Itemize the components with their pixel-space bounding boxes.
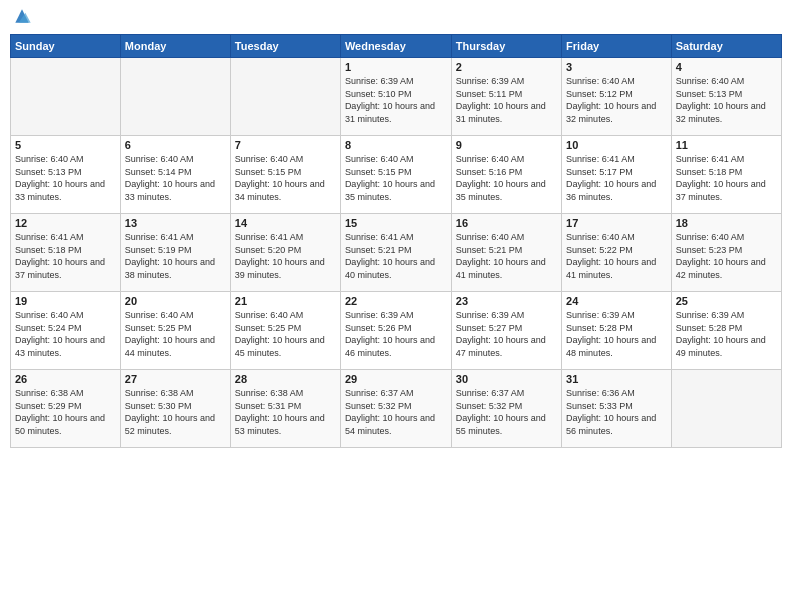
day-info: Sunrise: 6:41 AMSunset: 5:20 PMDaylight:…	[235, 231, 336, 281]
day-info: Sunrise: 6:40 AMSunset: 5:13 PMDaylight:…	[676, 75, 777, 125]
daylight-text: Daylight: 10 hours and 34 minutes.	[235, 178, 336, 203]
day-number: 20	[125, 295, 226, 307]
day-cell-4-5: 31Sunrise: 6:36 AMSunset: 5:33 PMDayligh…	[562, 370, 672, 448]
day-number: 21	[235, 295, 336, 307]
sunrise-text: Sunrise: 6:36 AM	[566, 387, 667, 400]
week-row-2: 5Sunrise: 6:40 AMSunset: 5:13 PMDaylight…	[11, 136, 782, 214]
day-info: Sunrise: 6:41 AMSunset: 5:18 PMDaylight:…	[676, 153, 777, 203]
day-info: Sunrise: 6:40 AMSunset: 5:14 PMDaylight:…	[125, 153, 226, 203]
day-info: Sunrise: 6:39 AMSunset: 5:28 PMDaylight:…	[566, 309, 667, 359]
day-cell-3-5: 24Sunrise: 6:39 AMSunset: 5:28 PMDayligh…	[562, 292, 672, 370]
sunrise-text: Sunrise: 6:40 AM	[125, 309, 226, 322]
day-info: Sunrise: 6:40 AMSunset: 5:22 PMDaylight:…	[566, 231, 667, 281]
sunset-text: Sunset: 5:14 PM	[125, 166, 226, 179]
weekday-header-row: Sunday Monday Tuesday Wednesday Thursday…	[11, 35, 782, 58]
day-cell-2-0: 12Sunrise: 6:41 AMSunset: 5:18 PMDayligh…	[11, 214, 121, 292]
day-cell-0-0	[11, 58, 121, 136]
day-cell-3-0: 19Sunrise: 6:40 AMSunset: 5:24 PMDayligh…	[11, 292, 121, 370]
daylight-text: Daylight: 10 hours and 35 minutes.	[345, 178, 447, 203]
sunset-text: Sunset: 5:10 PM	[345, 88, 447, 101]
sunrise-text: Sunrise: 6:39 AM	[345, 75, 447, 88]
daylight-text: Daylight: 10 hours and 33 minutes.	[125, 178, 226, 203]
day-info: Sunrise: 6:40 AMSunset: 5:21 PMDaylight:…	[456, 231, 557, 281]
sunrise-text: Sunrise: 6:40 AM	[345, 153, 447, 166]
sunset-text: Sunset: 5:27 PM	[456, 322, 557, 335]
day-info: Sunrise: 6:40 AMSunset: 5:12 PMDaylight:…	[566, 75, 667, 125]
sunrise-text: Sunrise: 6:40 AM	[566, 231, 667, 244]
daylight-text: Daylight: 10 hours and 36 minutes.	[566, 178, 667, 203]
day-number: 6	[125, 139, 226, 151]
sunrise-text: Sunrise: 6:40 AM	[235, 153, 336, 166]
day-info: Sunrise: 6:39 AMSunset: 5:10 PMDaylight:…	[345, 75, 447, 125]
day-cell-2-2: 14Sunrise: 6:41 AMSunset: 5:20 PMDayligh…	[230, 214, 340, 292]
daylight-text: Daylight: 10 hours and 35 minutes.	[456, 178, 557, 203]
day-cell-1-3: 8Sunrise: 6:40 AMSunset: 5:15 PMDaylight…	[340, 136, 451, 214]
day-number: 18	[676, 217, 777, 229]
daylight-text: Daylight: 10 hours and 48 minutes.	[566, 334, 667, 359]
sunrise-text: Sunrise: 6:38 AM	[235, 387, 336, 400]
daylight-text: Daylight: 10 hours and 38 minutes.	[125, 256, 226, 281]
day-number: 15	[345, 217, 447, 229]
day-info: Sunrise: 6:37 AMSunset: 5:32 PMDaylight:…	[345, 387, 447, 437]
sunrise-text: Sunrise: 6:41 AM	[125, 231, 226, 244]
sunrise-text: Sunrise: 6:40 AM	[15, 309, 116, 322]
day-info: Sunrise: 6:40 AMSunset: 5:24 PMDaylight:…	[15, 309, 116, 359]
day-number: 25	[676, 295, 777, 307]
day-number: 19	[15, 295, 116, 307]
daylight-text: Daylight: 10 hours and 41 minutes.	[566, 256, 667, 281]
daylight-text: Daylight: 10 hours and 47 minutes.	[456, 334, 557, 359]
day-number: 4	[676, 61, 777, 73]
sunrise-text: Sunrise: 6:41 AM	[676, 153, 777, 166]
sunset-text: Sunset: 5:19 PM	[125, 244, 226, 257]
sunset-text: Sunset: 5:28 PM	[676, 322, 777, 335]
daylight-text: Daylight: 10 hours and 44 minutes.	[125, 334, 226, 359]
day-number: 14	[235, 217, 336, 229]
day-number: 2	[456, 61, 557, 73]
day-cell-0-5: 3Sunrise: 6:40 AMSunset: 5:12 PMDaylight…	[562, 58, 672, 136]
daylight-text: Daylight: 10 hours and 41 minutes.	[456, 256, 557, 281]
sunrise-text: Sunrise: 6:39 AM	[345, 309, 447, 322]
sunset-text: Sunset: 5:32 PM	[456, 400, 557, 413]
day-number: 3	[566, 61, 667, 73]
page-header	[10, 10, 782, 26]
sunrise-text: Sunrise: 6:40 AM	[676, 75, 777, 88]
day-info: Sunrise: 6:39 AMSunset: 5:11 PMDaylight:…	[456, 75, 557, 125]
daylight-text: Daylight: 10 hours and 40 minutes.	[345, 256, 447, 281]
day-info: Sunrise: 6:40 AMSunset: 5:13 PMDaylight:…	[15, 153, 116, 203]
day-number: 5	[15, 139, 116, 151]
day-cell-0-2	[230, 58, 340, 136]
day-cell-2-3: 15Sunrise: 6:41 AMSunset: 5:21 PMDayligh…	[340, 214, 451, 292]
day-number: 24	[566, 295, 667, 307]
day-cell-4-3: 29Sunrise: 6:37 AMSunset: 5:32 PMDayligh…	[340, 370, 451, 448]
day-cell-4-0: 26Sunrise: 6:38 AMSunset: 5:29 PMDayligh…	[11, 370, 121, 448]
day-cell-1-0: 5Sunrise: 6:40 AMSunset: 5:13 PMDaylight…	[11, 136, 121, 214]
sunset-text: Sunset: 5:26 PM	[345, 322, 447, 335]
sunrise-text: Sunrise: 6:39 AM	[566, 309, 667, 322]
sunrise-text: Sunrise: 6:40 AM	[676, 231, 777, 244]
calendar-page: Sunday Monday Tuesday Wednesday Thursday…	[0, 0, 792, 612]
day-cell-3-3: 22Sunrise: 6:39 AMSunset: 5:26 PMDayligh…	[340, 292, 451, 370]
day-number: 23	[456, 295, 557, 307]
sunset-text: Sunset: 5:30 PM	[125, 400, 226, 413]
sunset-text: Sunset: 5:25 PM	[235, 322, 336, 335]
daylight-text: Daylight: 10 hours and 55 minutes.	[456, 412, 557, 437]
day-info: Sunrise: 6:40 AMSunset: 5:25 PMDaylight:…	[235, 309, 336, 359]
sunset-text: Sunset: 5:15 PM	[235, 166, 336, 179]
sunrise-text: Sunrise: 6:38 AM	[15, 387, 116, 400]
day-info: Sunrise: 6:40 AMSunset: 5:16 PMDaylight:…	[456, 153, 557, 203]
day-info: Sunrise: 6:40 AMSunset: 5:15 PMDaylight:…	[235, 153, 336, 203]
sunset-text: Sunset: 5:32 PM	[345, 400, 447, 413]
header-monday: Monday	[120, 35, 230, 58]
sunrise-text: Sunrise: 6:40 AM	[456, 153, 557, 166]
day-info: Sunrise: 6:41 AMSunset: 5:18 PMDaylight:…	[15, 231, 116, 281]
day-cell-2-1: 13Sunrise: 6:41 AMSunset: 5:19 PMDayligh…	[120, 214, 230, 292]
day-cell-3-1: 20Sunrise: 6:40 AMSunset: 5:25 PMDayligh…	[120, 292, 230, 370]
sunrise-text: Sunrise: 6:39 AM	[456, 75, 557, 88]
daylight-text: Daylight: 10 hours and 32 minutes.	[566, 100, 667, 125]
day-cell-3-2: 21Sunrise: 6:40 AMSunset: 5:25 PMDayligh…	[230, 292, 340, 370]
day-number: 9	[456, 139, 557, 151]
week-row-3: 12Sunrise: 6:41 AMSunset: 5:18 PMDayligh…	[11, 214, 782, 292]
sunrise-text: Sunrise: 6:40 AM	[15, 153, 116, 166]
day-cell-0-4: 2Sunrise: 6:39 AMSunset: 5:11 PMDaylight…	[451, 58, 561, 136]
day-info: Sunrise: 6:38 AMSunset: 5:31 PMDaylight:…	[235, 387, 336, 437]
